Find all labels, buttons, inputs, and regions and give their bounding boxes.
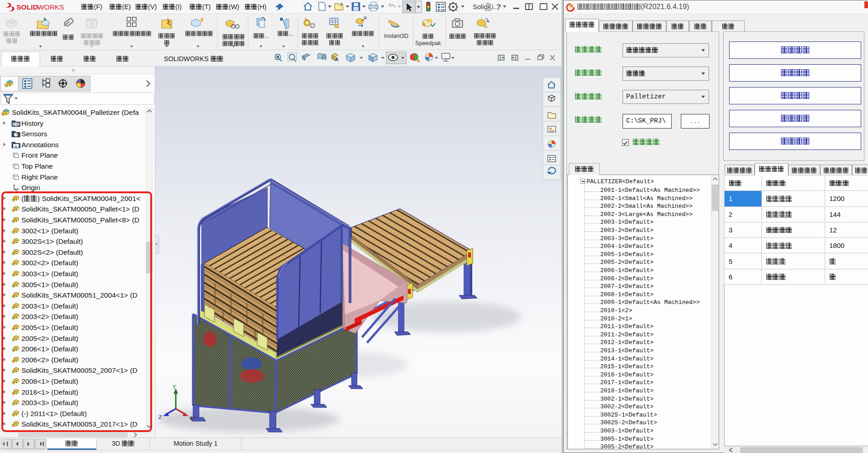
svg-text:X: X bbox=[189, 414, 194, 421]
svg-text:?: ? bbox=[496, 3, 501, 11]
svg-text:WORKS: WORKS bbox=[37, 3, 64, 11]
svg-text:Z: Z bbox=[158, 413, 162, 420]
svg-text:SOLID: SOLID bbox=[16, 3, 38, 11]
svg-text:!: ! bbox=[424, 23, 424, 26]
svg-text:SK: SK bbox=[568, 8, 572, 10]
svg-text:A: A bbox=[335, 57, 338, 62]
svg-text:A: A bbox=[15, 144, 18, 148]
